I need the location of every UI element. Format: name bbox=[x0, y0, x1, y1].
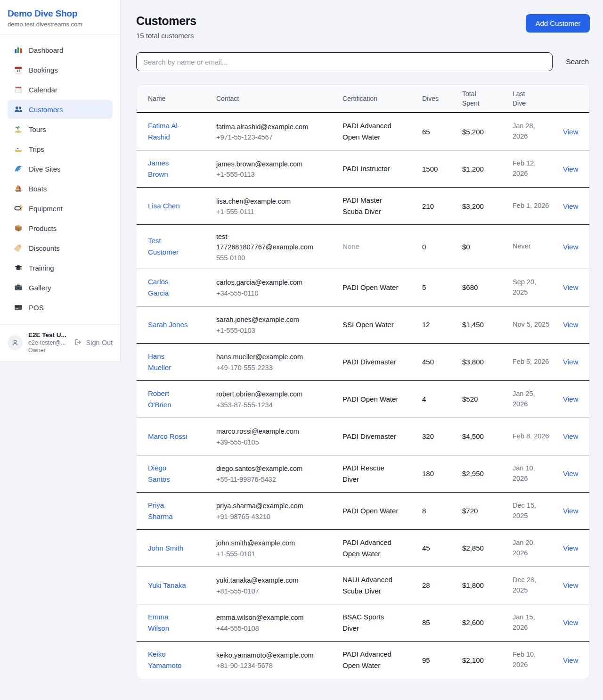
sidebar-item-trips[interactable]: Trips bbox=[8, 140, 113, 158]
column-header-name: Name bbox=[148, 94, 216, 103]
customer-last-dive: Jan 10, 2026 bbox=[513, 456, 563, 491]
view-link[interactable]: View bbox=[563, 358, 578, 366]
search-input[interactable] bbox=[136, 52, 553, 71]
sidebar-item-dashboard[interactable]: Dashboard bbox=[8, 41, 113, 59]
customer-phone: +1-555-0113 bbox=[216, 171, 319, 178]
user-role: Owner bbox=[28, 347, 69, 354]
customer-total-spent: $3,800 bbox=[462, 351, 513, 373]
customer-total-spent: $2,100 bbox=[462, 649, 513, 671]
customer-phone: +81-555-0107 bbox=[216, 587, 319, 595]
table-row: Sarah Jones sarah.jones@example.com +1-5… bbox=[137, 306, 589, 344]
customer-dives: 1500 bbox=[422, 158, 462, 180]
view-link[interactable]: View bbox=[563, 581, 578, 589]
user-email: e2e-tester@... bbox=[28, 339, 69, 346]
customer-name-link[interactable]: Fatima Al-Rashid bbox=[148, 120, 189, 143]
customer-name-link[interactable]: Yuki Tanaka bbox=[148, 580, 186, 591]
customer-phone: +1-555-0101 bbox=[216, 550, 319, 558]
customer-name-link[interactable]: Carlos Garcia bbox=[148, 276, 189, 299]
customer-dives: 95 bbox=[422, 649, 462, 671]
sidebar-item-pos[interactable]: POS bbox=[8, 298, 113, 317]
svg-text:17: 17 bbox=[16, 69, 20, 73]
customer-name-link[interactable]: Lisa Chen bbox=[148, 200, 180, 212]
customer-dives: 12 bbox=[422, 313, 462, 336]
sidebar-item-products[interactable]: Products bbox=[8, 219, 113, 238]
customer-dives: 8 bbox=[422, 500, 462, 522]
customer-last-dive: Dec 15, 2025 bbox=[513, 494, 563, 528]
customer-name-link[interactable]: Diego Santos bbox=[148, 462, 189, 485]
view-link[interactable]: View bbox=[563, 395, 578, 403]
person-icon bbox=[11, 338, 19, 347]
customer-total-spent: $1,800 bbox=[462, 574, 513, 596]
customer-name-link[interactable]: Keiko Yamamoto bbox=[148, 649, 189, 671]
customer-email: lisa.chen@example.com bbox=[216, 197, 319, 207]
sidebar-item-dive-sites[interactable]: Dive Sites bbox=[8, 159, 113, 178]
table-row: Robert O'Brien robert.obrien@example.com… bbox=[137, 381, 589, 418]
table-row: Yuki Tanaka yuki.tanaka@example.com +81-… bbox=[137, 567, 589, 604]
view-link[interactable]: View bbox=[563, 432, 578, 440]
view-link[interactable]: View bbox=[563, 128, 578, 136]
customer-dives: 85 bbox=[422, 611, 462, 634]
customer-phone: +34-555-0110 bbox=[216, 289, 319, 297]
sidebar: Demo Dive Shop demo.test.divestreams.com… bbox=[0, 0, 121, 362]
view-link[interactable]: View bbox=[563, 243, 578, 251]
sidebar-item-gallery[interactable]: Gallery bbox=[8, 278, 113, 297]
customer-name-link[interactable]: Sarah Jones bbox=[148, 319, 187, 330]
sign-out-button[interactable]: Sign Out bbox=[74, 338, 113, 347]
customer-name-link[interactable]: Robert O'Brien bbox=[148, 388, 189, 411]
customer-name-link[interactable]: Marco Rossi bbox=[148, 431, 187, 442]
sidebar-item-training[interactable]: Training bbox=[8, 258, 113, 277]
customer-phone: +55-11-99876-5432 bbox=[216, 476, 319, 483]
table-row: Carlos Garcia carlos.garcia@example.com … bbox=[137, 269, 589, 306]
view-link[interactable]: View bbox=[563, 165, 578, 173]
sidebar-item-label: Boats bbox=[29, 185, 47, 193]
tag-icon bbox=[14, 244, 23, 252]
customer-certification: PADI Divemaster bbox=[342, 349, 422, 375]
customer-phone: 555-0100 bbox=[216, 254, 319, 262]
grad-cap-icon bbox=[14, 264, 23, 272]
camera-icon bbox=[14, 283, 23, 292]
customer-email: sarah.jones@example.com bbox=[216, 315, 319, 325]
view-link[interactable]: View bbox=[563, 469, 578, 478]
customer-count: 15 total customers bbox=[136, 32, 196, 40]
view-link[interactable]: View bbox=[563, 618, 578, 626]
sidebar-item-bookings[interactable]: 17 Bookings bbox=[8, 60, 113, 79]
page-header: Customers 15 total customers Add Custome… bbox=[136, 14, 590, 40]
customer-phone: +1-555-0111 bbox=[216, 208, 319, 215]
add-customer-button[interactable]: Add Customer bbox=[526, 14, 590, 33]
shop-name: Demo Dive Shop bbox=[8, 8, 113, 19]
sidebar-item-label: Equipment bbox=[29, 205, 63, 213]
customer-name-link[interactable]: Priya Sharma bbox=[148, 500, 189, 522]
sidebar-item-boats[interactable]: Boats bbox=[8, 179, 113, 198]
customer-dives: 28 bbox=[422, 574, 462, 596]
customer-name-link[interactable]: James Brown bbox=[148, 157, 189, 180]
customer-phone: +91-98765-43210 bbox=[216, 513, 319, 520]
customer-dives: 5 bbox=[422, 276, 462, 298]
sidebar-item-label: Products bbox=[29, 224, 57, 232]
view-link[interactable]: View bbox=[563, 321, 578, 329]
view-link[interactable]: View bbox=[563, 202, 578, 210]
customer-name-link[interactable]: John Smith bbox=[148, 543, 183, 554]
customer-name-link[interactable]: Hans Mueller bbox=[148, 351, 189, 373]
customer-certification: PADI Instructor bbox=[342, 156, 422, 181]
customer-name-link[interactable]: Test Customer bbox=[148, 235, 189, 258]
sidebar-item-tours[interactable]: Tours bbox=[8, 120, 113, 139]
view-link[interactable]: View bbox=[563, 544, 578, 552]
sidebar-item-equipment[interactable]: Equipment bbox=[8, 199, 113, 218]
customer-certification: PADI Advanced Open Water bbox=[342, 113, 422, 150]
search-button[interactable]: Search bbox=[565, 54, 590, 70]
customer-total-spent: $5,200 bbox=[462, 121, 513, 143]
view-link[interactable]: View bbox=[563, 283, 578, 291]
package-icon bbox=[14, 224, 23, 232]
customer-last-dive: Jan 25, 2026 bbox=[513, 382, 563, 417]
customer-name-link[interactable]: Emma Wilson bbox=[148, 611, 189, 634]
sidebar-item-calendar[interactable]: Calendar bbox=[8, 80, 113, 99]
sidebar-item-discounts[interactable]: Discounts bbox=[8, 239, 113, 257]
customer-last-dive: Feb 1, 2026 bbox=[513, 194, 563, 218]
island-icon bbox=[14, 125, 23, 133]
view-link[interactable]: View bbox=[563, 656, 578, 664]
customer-total-spent: $1,450 bbox=[462, 313, 513, 336]
wave-icon bbox=[14, 165, 23, 173]
view-link[interactable]: View bbox=[563, 507, 578, 515]
sidebar-item-customers[interactable]: Customers bbox=[8, 100, 113, 119]
customer-last-dive: Dec 28, 2025 bbox=[513, 568, 563, 603]
